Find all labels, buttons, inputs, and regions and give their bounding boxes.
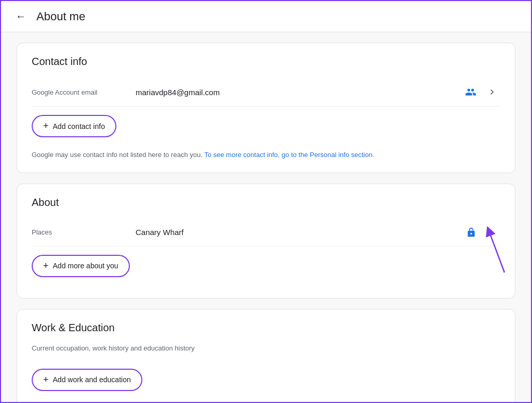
email-label: Google Account email [32,88,136,96]
contact-info-title: Contact info [32,56,500,68]
page-title: About me [36,10,85,23]
back-button[interactable]: ← [14,8,28,24]
email-chevron-button[interactable] [484,84,500,100]
places-chevron-button[interactable] [484,224,500,241]
lock-icon [466,227,476,238]
personal-info-link[interactable]: To see more contact info, go to the Pers… [204,151,374,159]
lock-icon-button[interactable] [463,224,480,241]
places-row: Places Canary Wharf [32,219,500,246]
add-about-plus-icon: + [43,261,49,271]
add-work-education-label: Add work and education [53,375,131,384]
contact-info-note: Google may use contact info not listed h… [32,150,500,160]
email-row: Google Account email mariavdp84@gmail.co… [32,78,500,107]
add-contact-plus-icon: + [43,121,49,132]
places-value: Canary Wharf [136,228,463,237]
work-education-title: Work & Education [32,322,500,334]
contact-info-card: Contact info Google Account email mariav… [17,43,515,173]
header: ← About me [1,1,531,32]
add-work-education-button[interactable]: + Add work and education [32,369,142,391]
chevron-right-icon-places [487,227,497,238]
add-contact-label: Add contact info [53,122,105,131]
people-icon-button[interactable] [462,83,480,101]
email-row-actions [462,83,500,101]
places-label: Places [32,228,136,236]
add-work-plus-icon: + [43,374,49,385]
chevron-right-icon [487,87,497,97]
email-value: mariavdp84@gmail.com [136,88,462,97]
about-card: About Places Canary Wharf + Add more ab [17,184,515,298]
main-content: Contact info Google Account email mariav… [1,32,531,403]
add-more-about-label: Add more about you [53,262,118,270]
places-row-actions [463,224,500,241]
add-contact-info-button[interactable]: + Add contact info [32,115,116,137]
about-title: About [32,197,500,209]
add-more-about-button[interactable]: + Add more about you [32,255,130,277]
work-education-card: Work & Education Current occupation, wor… [17,309,515,404]
back-icon: ← [16,10,26,22]
work-description: Current occupation, work history and edu… [32,344,500,352]
people-icon [465,86,476,98]
